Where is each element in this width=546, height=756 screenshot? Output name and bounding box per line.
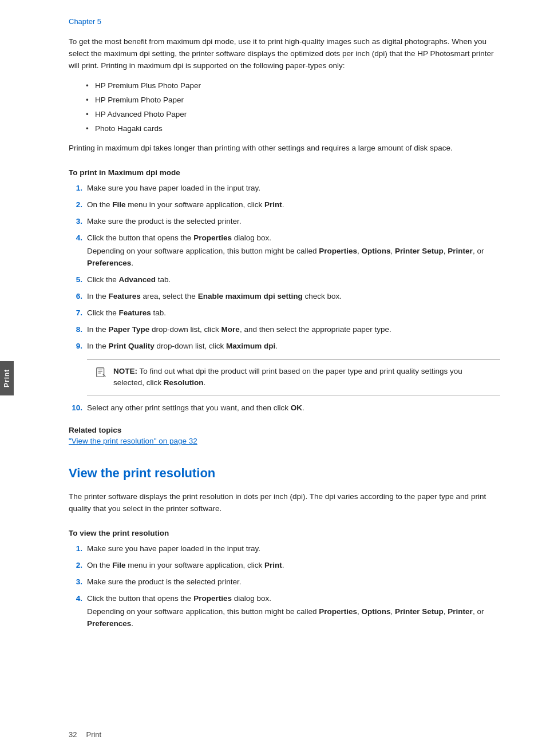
step-num-5: 5. [69, 274, 82, 286]
note-text: NOTE: To find out what dpi the product w… [113, 366, 492, 390]
bullet-list: HP Premium Plus Photo Paper HP Premium P… [86, 80, 500, 135]
step-num-9: 9. [69, 341, 82, 353]
step-10-list: 10. Select any other print settings that… [69, 402, 500, 414]
step-6: 6. In the Features area, select the Enab… [69, 291, 500, 303]
vr-step-num-2: 2. [69, 560, 82, 572]
step-5: 5. Click the Advanced tab. [69, 274, 500, 286]
list-item: HP Premium Plus Photo Paper [86, 80, 500, 92]
vr-step-num-3: 3. [69, 576, 82, 588]
max-dpi-steps: 1. Make sure you have paper loaded in th… [69, 183, 500, 352]
vr-step-num-1: 1. [69, 543, 82, 555]
step-content-9: In the Print Quality drop-down list, cli… [87, 341, 500, 353]
step-content-1: Make sure you have paper loaded in the i… [87, 183, 500, 195]
page: Print Chapter 5 To get the most benefit … [0, 0, 546, 756]
note-box: NOTE: To find out what dpi the product w… [87, 359, 500, 396]
sidebar-label: Print [3, 369, 11, 387]
step-9: 9. In the Print Quality drop-down list, … [69, 341, 500, 353]
vr-step-4: 4. Click the button that opens the Prope… [69, 593, 500, 630]
list-item: Photo Hagaki cards [86, 123, 500, 135]
max-dpi-heading: To print in Maximum dpi mode [69, 168, 500, 177]
list-item: HP Premium Photo Paper [86, 94, 500, 106]
intro-paragraph-2: Printing in maximum dpi takes longer tha… [69, 143, 500, 155]
step-num-7: 7. [69, 307, 82, 319]
step-3: 3. Make sure the product is the selected… [69, 216, 500, 228]
related-link[interactable]: "View the print resolution" on page 32 [69, 437, 197, 445]
intro-paragraph-1: To get the most benefit from maximum dpi… [69, 36, 500, 72]
step-num-10: 10. [69, 402, 82, 414]
step-2: 2. On the File menu in your software app… [69, 199, 500, 211]
related-topics-heading: Related topics [69, 426, 500, 434]
step-content-6: In the Features area, select the Enable … [87, 291, 500, 303]
sidebar-tab: Print [0, 361, 14, 395]
step-num-2: 2. [69, 199, 82, 211]
vr-step-content-3: Make sure the product is the selected pr… [87, 576, 500, 588]
step-7: 7. Click the Features tab. [69, 307, 500, 319]
footer-page: 32 [69, 730, 77, 739]
vr-step-3: 3. Make sure the product is the selected… [69, 576, 500, 588]
step-4: 4. Click the button that opens the Prope… [69, 232, 500, 270]
list-item: HP Advanced Photo Paper [86, 109, 500, 121]
view-resolution-steps: 1. Make sure you have paper loaded in th… [69, 543, 500, 630]
step-num-8: 8. [69, 324, 82, 336]
step-content-7: Click the Features tab. [87, 307, 500, 319]
step-10: 10. Select any other print settings that… [69, 402, 500, 414]
note-icon [95, 366, 108, 382]
step-content-3: Make sure the product is the selected pr… [87, 216, 500, 228]
footer: 32 Print [0, 730, 546, 739]
vr-step-2: 2. On the File menu in your software app… [69, 560, 500, 572]
step-1: 1. Make sure you have paper loaded in th… [69, 183, 500, 195]
note-label: NOTE: [113, 367, 137, 375]
step-content-5: Click the Advanced tab. [87, 274, 500, 286]
step-content-8: In the Paper Type drop-down list, click … [87, 324, 500, 336]
step-content-2: On the File menu in your software applic… [87, 199, 500, 211]
view-resolution-intro: The printer software displays the print … [69, 491, 500, 515]
step-content-10: Select any other print settings that you… [87, 402, 500, 414]
footer-section: Print [86, 730, 101, 739]
section-title: View the print resolution [69, 466, 500, 481]
vr-step-1: 1. Make sure you have paper loaded in th… [69, 543, 500, 555]
step-num-6: 6. [69, 291, 82, 303]
step-8: 8. In the Paper Type drop-down list, cli… [69, 324, 500, 336]
step-num-3: 3. [69, 216, 82, 228]
step-num-4: 4. [69, 232, 82, 270]
vr-step-content-1: Make sure you have paper loaded in the i… [87, 543, 500, 555]
vr-step-content-4: Click the button that opens the Properti… [87, 593, 500, 630]
view-resolution-heading: To view the print resolution [69, 529, 500, 537]
vr-step-content-2: On the File menu in your software applic… [87, 560, 500, 572]
vr-step-num-4: 4. [69, 593, 82, 630]
svg-rect-0 [97, 367, 104, 377]
step-content-4: Click the button that opens the Properti… [87, 232, 500, 270]
step-num-1: 1. [69, 183, 82, 195]
chapter-label: Chapter 5 [69, 17, 500, 26]
